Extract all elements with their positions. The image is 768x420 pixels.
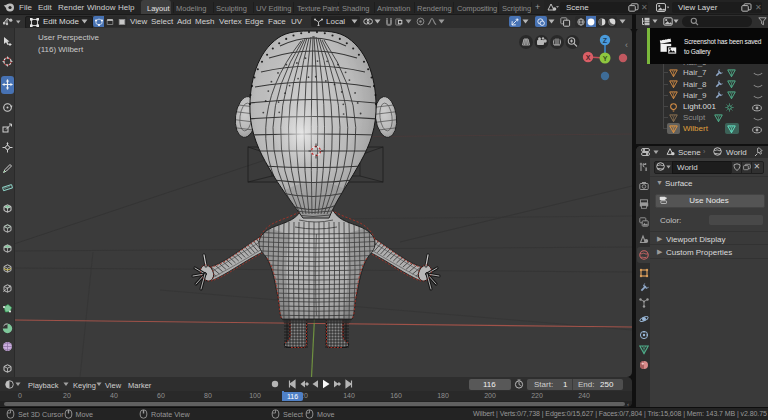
svg-text:X: X — [586, 54, 591, 61]
svg-text:Z: Z — [603, 37, 608, 44]
svg-text:Y: Y — [603, 55, 608, 62]
